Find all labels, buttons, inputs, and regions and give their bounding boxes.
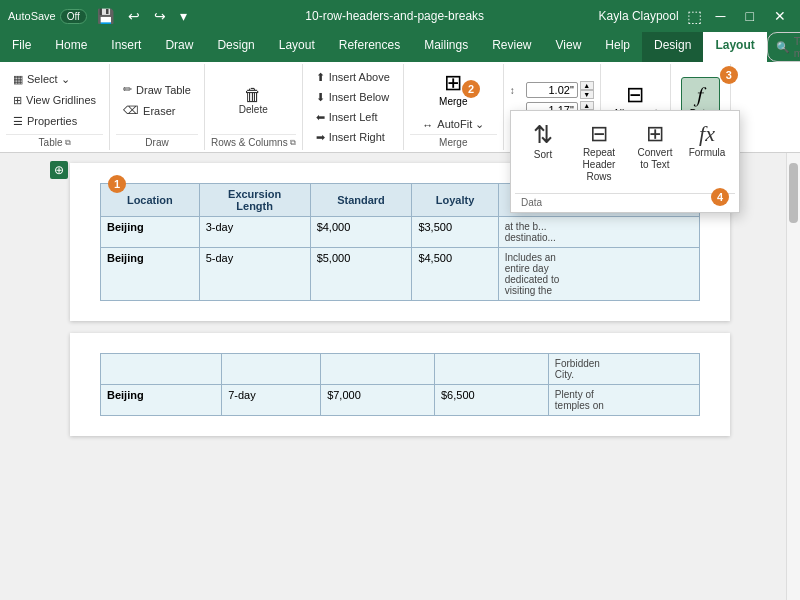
cell-standard-p2-2: $7,000: [321, 385, 435, 416]
cell-length-p2-1: [222, 354, 321, 385]
delete-label: Delete: [239, 104, 268, 115]
insert-left-icon: ⬅: [316, 111, 325, 124]
user-name: Kayla Claypool: [599, 9, 679, 23]
tab-layout[interactable]: Layout: [267, 32, 327, 62]
merge-label: Merge: [439, 96, 467, 107]
height-spinner[interactable]: ▲ ▼: [580, 81, 594, 99]
cell-location-2: Beijing: [101, 248, 200, 301]
select-button[interactable]: ▦ Select ⌄: [6, 70, 77, 89]
merge-group-label: Merge: [410, 134, 497, 148]
draw-table-icon: ✏: [123, 83, 132, 96]
col-header-loyalty: Loyalty: [412, 184, 498, 217]
rows-cols-label: Rows & Columns ⧉: [211, 134, 296, 148]
delete-icon: 🗑: [244, 86, 262, 104]
cell-standard-2: $5,000: [310, 248, 412, 301]
height-input[interactable]: [526, 82, 578, 98]
search-icon: 🔍: [776, 41, 790, 54]
sort-icon: ⇅: [533, 123, 553, 147]
title-bar: AutoSave Off 💾 ↩ ↪ ▾ 10-row-headers-and-…: [0, 0, 800, 32]
insert-above-button[interactable]: ⬆ Insert Above: [309, 68, 397, 87]
page-move-handle[interactable]: ⊕: [50, 161, 68, 179]
insert-right-button[interactable]: ➡ Insert Right: [309, 128, 392, 147]
table-expand-icon[interactable]: ⧉: [65, 138, 71, 148]
table-row: Beijing 5-day $5,000 $4,500 Includes ane…: [101, 248, 700, 301]
badge-3: 3: [720, 66, 738, 84]
select-icon: ▦: [13, 73, 23, 86]
cell-loyalty-2: $4,500: [412, 248, 498, 301]
tab-help[interactable]: Help: [593, 32, 642, 62]
col-header-length: ExcursionLength: [199, 184, 310, 217]
title-bar-right: Kayla Claypool ⬚ ─ □ ✕: [599, 0, 792, 32]
formula-dropdown-item[interactable]: fx Formula: [683, 119, 731, 187]
cell-length-2: 5-day: [199, 248, 310, 301]
sort-dropdown-item[interactable]: ⇅ Sort: [519, 119, 567, 187]
eraser-button[interactable]: ⌫ Eraser: [116, 101, 182, 120]
data-icon: 𝑓: [697, 82, 703, 108]
height-icon: ↕: [510, 85, 524, 96]
repeat-header-label: RepeatHeader Rows: [577, 147, 621, 183]
close-button[interactable]: ✕: [768, 0, 792, 32]
scrollbar-thumb[interactable]: [789, 163, 798, 223]
autofit-button[interactable]: ↔ AutoFit ⌄: [415, 115, 491, 134]
gridlines-icon: ⊞: [13, 94, 22, 107]
merge-icon: ⊞: [444, 70, 462, 96]
tab-layout2[interactable]: Layout: [703, 32, 766, 62]
ribbon-group-rows-cols: ⬆ Insert Above ⬇ Insert Below ⬅ Insert L…: [303, 64, 404, 150]
tab-mailings[interactable]: Mailings: [412, 32, 480, 62]
tab-references[interactable]: References: [327, 32, 412, 62]
tab-design2[interactable]: Design: [642, 32, 703, 62]
tab-draw[interactable]: Draw: [153, 32, 205, 62]
delete-button[interactable]: 🗑 Delete: [232, 83, 275, 118]
tell-me-box[interactable]: 🔍 Tell me: [767, 32, 800, 62]
gridlines-button[interactable]: ⊞ View Gridlines: [6, 91, 103, 110]
document-area: 1 ⊕ Location ExcursionLength Standard Lo…: [0, 153, 800, 600]
cell-desc-p2-2: Plenty oftemples on: [548, 385, 699, 416]
autosave-toggle[interactable]: Off: [60, 9, 87, 24]
customize-icon[interactable]: ▾: [176, 6, 191, 26]
properties-label: Properties: [27, 115, 77, 127]
tab-file[interactable]: File: [0, 32, 43, 62]
cell-location-p2-2: Beijing: [101, 385, 222, 416]
ribbon-toggle-icon[interactable]: ⬚: [687, 7, 702, 26]
data-dropdown: ⇅ Sort ⊟ RepeatHeader Rows ⊞ Convertto T…: [510, 110, 740, 213]
table-row: Beijing 3-day $4,000 $3,500 at the b...d…: [101, 217, 700, 248]
col-header-standard: Standard: [310, 184, 412, 217]
badge-1: 1: [108, 175, 126, 193]
rows-cols-expand-icon[interactable]: ⧉: [290, 138, 296, 148]
undo-icon[interactable]: ↩: [124, 6, 144, 26]
eraser-icon: ⌫: [123, 104, 139, 117]
repeat-header-icon: ⊟: [590, 123, 608, 145]
cell-loyalty-p2-2: $6,500: [434, 385, 548, 416]
alignment-icon: ⊟: [626, 82, 644, 108]
eraser-label: Eraser: [143, 105, 175, 117]
cell-desc-2: Includes anentire daydedicated tovisitin…: [498, 248, 699, 301]
width-up[interactable]: ▲: [580, 101, 594, 110]
redo-icon[interactable]: ↪: [150, 6, 170, 26]
draw-table-button[interactable]: ✏ Draw Table: [116, 80, 198, 99]
tab-home[interactable]: Home: [43, 32, 99, 62]
autofit-icon: ↔: [422, 119, 433, 131]
convert-dropdown-item[interactable]: ⊞ Convertto Text: [631, 119, 679, 187]
repeat-header-dropdown-item[interactable]: ⊟ RepeatHeader Rows: [571, 119, 627, 187]
insert-right-label: Insert Right: [329, 131, 385, 143]
gridlines-label: View Gridlines: [26, 94, 96, 106]
tab-review[interactable]: Review: [480, 32, 543, 62]
formula-icon: fx: [699, 123, 715, 145]
tab-insert[interactable]: Insert: [99, 32, 153, 62]
properties-button[interactable]: ☰ Properties: [6, 112, 84, 131]
minimize-button[interactable]: ─: [710, 0, 732, 32]
restore-button[interactable]: □: [740, 0, 760, 32]
cell-location-p2-1: [101, 354, 222, 385]
insert-below-button[interactable]: ⬇ Insert Below: [309, 88, 397, 107]
insert-left-button[interactable]: ⬅ Insert Left: [309, 108, 385, 127]
scrollbar-track[interactable]: [786, 153, 800, 600]
table-row: ForbiddenCity.: [101, 354, 700, 385]
draw-table-label: Draw Table: [136, 84, 191, 96]
cell-location-1: Beijing: [101, 217, 200, 248]
tab-design[interactable]: Design: [205, 32, 266, 62]
height-up[interactable]: ▲: [580, 81, 594, 90]
badge-2: 2: [462, 80, 480, 98]
tab-view[interactable]: View: [544, 32, 594, 62]
save-icon[interactable]: 💾: [93, 6, 118, 26]
height-down[interactable]: ▼: [580, 90, 594, 99]
